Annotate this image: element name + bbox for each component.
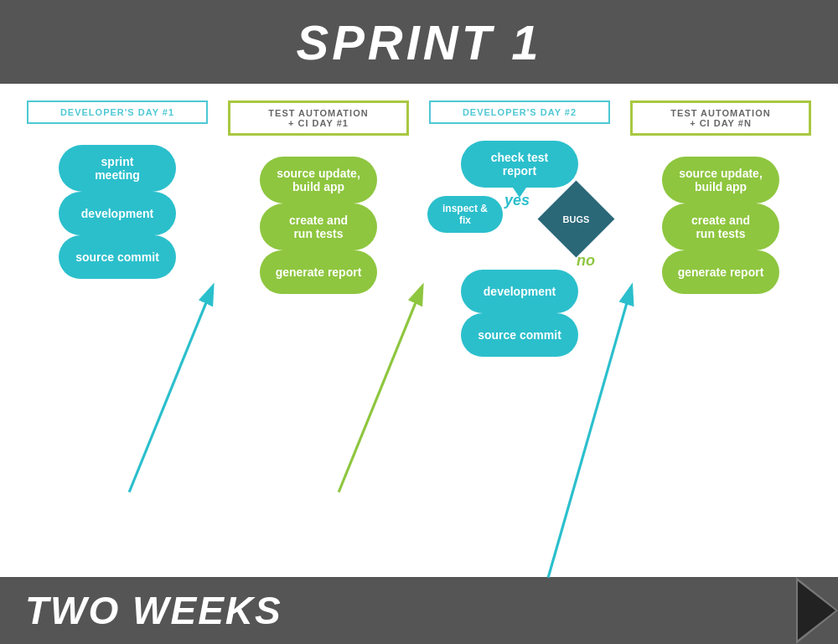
- source-update2-node: source update,build app: [662, 157, 779, 204]
- source-commit2-node: source commit: [461, 313, 578, 357]
- column-cin: TEST AUTOMATION+ CI DAY #N source update…: [620, 92, 821, 577]
- column-ci1: TEST AUTOMATION+ CI DAY #1 source update…: [218, 92, 419, 577]
- col4-nodes: source update,build app create andrun te…: [662, 157, 779, 294]
- bugs-label: BUGS: [563, 214, 590, 224]
- generate-report2-node: generate report: [662, 250, 779, 294]
- bugs-diamond: BUGS: [538, 181, 615, 258]
- generate-report1-node: generate report: [260, 250, 377, 294]
- inspect-fix-node: inspect &fix: [427, 196, 503, 233]
- col4-header: TEST AUTOMATION+ CI DAY #N: [630, 100, 811, 136]
- source-update1-node: source update,build app: [260, 157, 377, 204]
- create-run-tests2-node: create andrun tests: [662, 204, 779, 250]
- main-content: DEVELOPER'S DAY #1 sprintmeeting develop…: [0, 84, 838, 644]
- yes-label: yes: [504, 192, 530, 209]
- timeline-bar: TWO WEEKS: [0, 577, 838, 644]
- timeline-arrow-inner: [798, 581, 835, 640]
- development2-node: development: [461, 270, 578, 313]
- col2-nodes: source update,build app create andrun te…: [260, 157, 377, 294]
- source-commit1-node: source commit: [59, 235, 176, 279]
- col1-header: DEVELOPER'S DAY #1: [27, 100, 208, 124]
- sprint-meeting-node: sprintmeeting: [59, 145, 176, 192]
- columns-container: DEVELOPER'S DAY #1 sprintmeeting develop…: [17, 92, 821, 577]
- development1-node: development: [59, 192, 176, 235]
- check-test-report-node: check testreport: [461, 141, 578, 188]
- col2-header: TEST AUTOMATION+ CI DAY #1: [228, 100, 409, 136]
- sprint-title: SPRINT 1: [296, 14, 541, 70]
- col1-nodes: sprintmeeting development source commit: [59, 145, 176, 279]
- column-dev1: DEVELOPER'S DAY #1 sprintmeeting develop…: [17, 92, 218, 577]
- col3-header: DEVELOPER'S DAY #2: [429, 100, 610, 124]
- timeline-label: TWO WEEKS: [25, 588, 282, 633]
- column-dev2: DEVELOPER'S DAY #2 check testreport insp…: [419, 92, 620, 577]
- header: SPRINT 1: [0, 0, 838, 84]
- create-run-tests1-node: create andrun tests: [260, 204, 377, 250]
- no-label: no: [577, 252, 595, 270]
